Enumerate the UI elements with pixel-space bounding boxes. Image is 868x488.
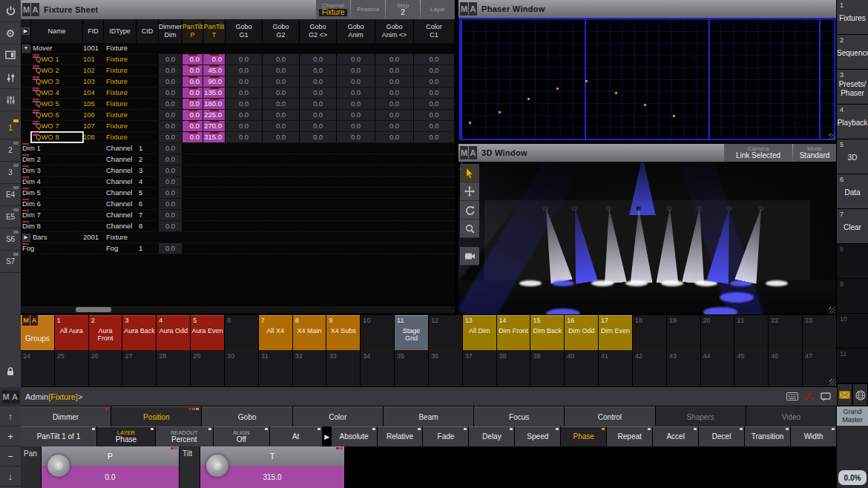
fixture-row-qwo-8[interactable]: QWO 8108Fixture0.00.0315.00.00.00.00.00.… <box>21 132 455 143</box>
group-42[interactable]: 42 <box>633 351 667 386</box>
view-button-9[interactable]: 9 <box>837 279 868 314</box>
fixture-row-dim-6[interactable]: Dim 6Channel60.0 <box>21 199 455 210</box>
messages-button[interactable] <box>837 383 852 406</box>
fixture-row-qwo-3[interactable]: QWO 3103Fixture0.00.090.00.00.00.00.00.0… <box>21 76 455 88</box>
cell-p[interactable]: 0.0 <box>183 88 203 98</box>
cell-g1[interactable]: 0.0 <box>226 65 263 76</box>
cell-g2s[interactable]: 0.0 <box>300 132 337 142</box>
network-button[interactable] <box>852 383 868 406</box>
group-24[interactable]: 24 <box>21 351 55 386</box>
page-button-2[interactable]: 2 <box>0 139 21 162</box>
cell-name[interactable]: Dim 3 <box>21 165 83 176</box>
group-17[interactable]: 17Dim Even <box>599 315 633 351</box>
group-25[interactable]: 25 <box>55 351 89 386</box>
group-21[interactable]: 21 <box>734 315 769 351</box>
fixture-row-qwo-6[interactable]: QWO 6106Fixture0.00.0225.00.00.00.00.00.… <box>21 110 455 121</box>
page-button-3[interactable]: 3 <box>0 162 21 184</box>
cell-anim[interactable]: 0.0 <box>337 65 375 76</box>
camera-select-button[interactable]: Camera Link Selected <box>724 144 792 162</box>
cell-t[interactable]: 180.0 <box>203 99 226 109</box>
chat-icon[interactable] <box>821 392 831 401</box>
cell-g2[interactable]: 0.0 <box>263 132 300 142</box>
tab-focus[interactable]: Focus <box>474 406 564 426</box>
resize-grip[interactable] <box>829 307 835 314</box>
cell-anim[interactable]: 0.0 <box>337 132 375 142</box>
view-button-presets-phaser[interactable]: 3Presets/Phaser <box>837 70 868 105</box>
cell-g1[interactable]: 0.0 <box>226 88 263 98</box>
phaser-titlebar[interactable]: MA Phaser Window <box>458 0 836 18</box>
cell-g1[interactable]: 0.0 <box>226 99 263 109</box>
phaser-point-3[interactable] <box>527 98 530 100</box>
toolbar-off[interactable]: ALIGNOff <box>214 426 269 446</box>
fixture-sheet-titlebar[interactable]: MA Fixture Sheet ChannelFixtureReadoutSt… <box>21 0 455 19</box>
displays-button[interactable] <box>0 44 21 67</box>
encoder-up-button[interactable]: ↑ <box>0 406 21 426</box>
cell-name[interactable]: Dim 8 <box>21 221 83 231</box>
group-4[interactable]: 4Aura Odd <box>157 315 191 351</box>
fixture-row-bars[interactable]: ▶Bars2001Fixture <box>21 232 455 243</box>
fixture-row-dim-8[interactable]: Dim 8Channel80.0 <box>21 221 455 232</box>
scrollbar-handle[interactable] <box>76 307 111 312</box>
network-alert-icon[interactable] <box>804 392 815 401</box>
readout-setting-button[interactable]: Readout <box>351 0 385 19</box>
group-37[interactable]: 37 <box>463 351 497 386</box>
cell-c1[interactable]: 0.0 <box>414 65 455 76</box>
cell-c1[interactable]: 0.0 <box>414 88 455 98</box>
cell-p[interactable]: 0.0 <box>183 121 203 131</box>
mode-select-button[interactable]: Mode Standard <box>793 144 836 162</box>
column-header-fid[interactable]: FID <box>83 19 104 43</box>
group-30[interactable]: 30 <box>225 351 259 386</box>
group-6[interactable]: 6 <box>225 315 259 351</box>
cell-name[interactable]: Dim 7 <box>21 210 83 220</box>
phaser-point-7[interactable] <box>644 104 646 106</box>
fixture-row-qwo-1[interactable]: QWO 1101Fixture0.00.00.00.00.00.00.00.00… <box>21 54 455 65</box>
group-7[interactable]: 7All X4 <box>259 315 293 351</box>
phaser-point-1[interactable] <box>469 122 471 124</box>
cell-dim[interactable]: 0.0 <box>159 54 183 65</box>
group-12[interactable]: 12 <box>429 315 463 351</box>
group-16[interactable]: 16Dim Odd <box>565 315 599 351</box>
group-9[interactable]: 9X4 Subs <box>326 315 361 351</box>
encoder-plus-button[interactable]: + <box>0 426 21 446</box>
fixture-row-dim-5[interactable]: Dim 5Channel50.0 <box>21 188 455 199</box>
fixture-row-qwo-4[interactable]: QWO 4104Fixture0.00.0135.00.00.00.00.00.… <box>21 88 455 99</box>
column-header-gobo[interactable]: GoboAnim <box>337 19 375 43</box>
cell-dim[interactable]: 0.0 <box>159 210 183 220</box>
cell-anims[interactable]: 0.0 <box>375 65 414 76</box>
cell-g2[interactable]: 0.0 <box>263 65 300 76</box>
fixture-row-dim-3[interactable]: Dim 3Channel30.0 <box>21 165 455 177</box>
groups-pool-header[interactable]: MAGroups <box>21 315 55 351</box>
group-11[interactable]: 11StageGrid <box>395 315 429 351</box>
toolbar-phase[interactable]: Phase <box>561 426 606 446</box>
toolbar-phase[interactable]: LAYERPhase <box>97 426 155 446</box>
cell-g2s[interactable]: 0.0 <box>300 121 337 131</box>
command-line[interactable]: Admin[Fixture]> <box>21 387 837 406</box>
tab-color[interactable]: Color <box>293 406 383 426</box>
select-cursor-tool[interactable] <box>460 164 479 182</box>
page-button-E5[interactable]: E5 <box>0 206 21 228</box>
cell-g1[interactable]: 0.0 <box>226 121 263 131</box>
cell-t[interactable]: 135.0 <box>203 88 226 98</box>
tab-dimmer[interactable]: Dimmer <box>21 406 111 426</box>
resize-grip[interactable] <box>829 379 836 386</box>
cell-p[interactable]: 0.0 <box>183 54 203 65</box>
cell-dim[interactable]: 0.0 <box>159 121 183 131</box>
cell-anim[interactable]: 0.0 <box>337 99 375 109</box>
group-22[interactable]: 22 <box>769 315 803 351</box>
cell-t[interactable]: 225.0 <box>203 110 226 120</box>
cell-p[interactable]: 0.0 <box>183 65 203 76</box>
cell-dim[interactable]: 0.0 <box>159 243 183 254</box>
group-13[interactable]: 13All Dim <box>463 315 497 351</box>
group-20[interactable]: 20 <box>701 315 735 351</box>
cell-c1[interactable]: 0.0 <box>414 54 455 65</box>
group-10[interactable]: 10 <box>361 315 395 351</box>
cell-name[interactable]: Dim 1 <box>21 143 83 154</box>
group-33[interactable]: 33 <box>326 351 361 386</box>
group-19[interactable]: 19 <box>667 315 701 351</box>
cell-name[interactable]: QWO 8 <box>31 132 83 142</box>
fixture-row-qwo-5[interactable]: QWO 5105Fixture0.00.0180.00.00.00.00.00.… <box>21 99 455 110</box>
toolbar-repeat[interactable]: Repeat <box>607 426 652 446</box>
cell-dim[interactable]: 0.0 <box>159 99 183 109</box>
cell-anims[interactable]: 0.0 <box>375 88 414 98</box>
tab-video[interactable]: Video <box>746 406 836 426</box>
